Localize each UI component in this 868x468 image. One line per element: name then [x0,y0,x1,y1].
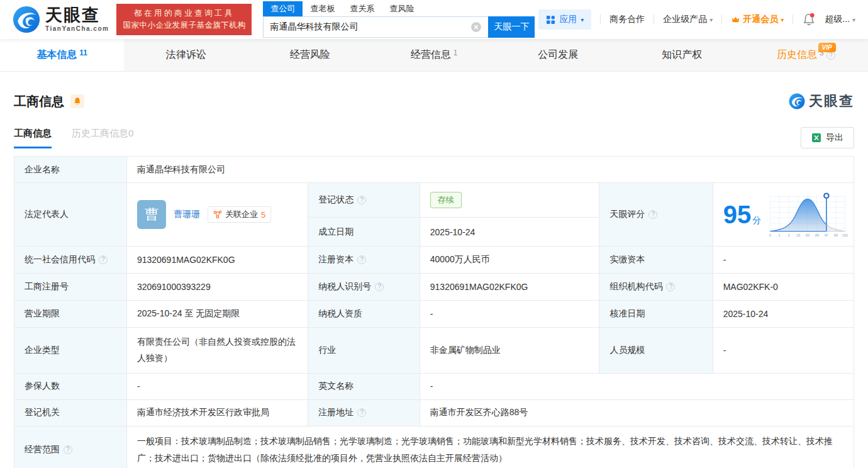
nav-enterprise-products[interactable]: 企业级产品 ▾ [663,14,713,25]
related-companies-label: 关联企业 [225,209,258,220]
nav-divider [721,14,722,25]
svg-text:15: 15 [796,233,800,237]
notification-bell-icon[interactable] [802,13,816,26]
search-tab-relation[interactable]: 查关系 [342,1,382,16]
search-input[interactable] [264,22,470,32]
field-value-company-type: 有限责任公司（非自然人投资或控股的法人独资） [126,328,308,374]
svg-text:85: 85 [815,233,819,237]
svg-text:99: 99 [834,233,838,237]
related-companies-count: 5 [261,210,265,220]
search-button[interactable]: 天眼一下 [488,16,535,38]
table-row: 企业类型 有限责任公司（非自然人投资或控股的法人独资） 行业 非金属矿物制品业 … [14,328,854,374]
tab-label: 经营信息 [411,48,451,62]
bell-curve [770,199,845,231]
field-value-reg-authority: 南通市经济技术开发区行政审批局 [126,399,308,426]
score-distribution-chart: 0 1 3 15 50 85 97 99 100 [767,189,848,240]
tab-legal-litigation[interactable]: 法律诉讼 [124,39,248,71]
tab-label: 法律诉讼 [166,48,206,62]
field-label-legal-rep: 法定代表人 [14,183,127,247]
label-text: 统一社会信用代码 [25,254,95,265]
search-tab-boss[interactable]: 查老板 [303,1,342,16]
search-tab-risk[interactable]: 查风险 [382,1,421,16]
field-label-business-scope: 经营范围 ? [14,426,127,468]
field-value-paid-capital: - [713,247,854,274]
field-label-industry: 行业 [308,328,420,374]
logo-text: 天眼查 TianYanCha.com [45,7,109,32]
field-value-establish-date: 2025-10-24 [420,218,599,247]
chevron-down-icon: ▾ [852,16,855,23]
score-marker-pin [824,194,828,198]
subtab-business-registration[interactable]: 工商信息 [14,128,52,148]
field-label-org-code: 组织机构代码 ? [599,274,713,301]
bell-icon [73,97,82,106]
field-value-org-code: MAG02KFK-0 [713,274,854,301]
field-label-taxpayer-id: 纳税人识别号 ? [308,274,420,301]
chevron-down-icon: ▾ [709,16,713,23]
table-row: 法定代表人 曹 曹珊珊 关联企业 5 [14,183,854,218]
section-title: 工商信息 [14,93,64,110]
search-tabs: 查公司 查老板 查关系 查风险 [263,1,535,16]
tab-intellectual-property[interactable]: 知识产权 [620,39,744,71]
help-icon[interactable]: ? [357,196,366,204]
help-icon[interactable]: ? [64,445,72,454]
clear-search-icon[interactable] [470,21,482,33]
score-value: 95 [723,201,752,228]
field-label-taxpayer-qualification: 纳税人资质 [308,301,420,328]
table-row: 营业期限 2025-10-24 至 无固定期限 纳税人资质 - 核准日期 202… [14,301,854,328]
vip-badge: VIP [818,43,836,52]
nav-user-menu[interactable]: 超级... ▾ [825,14,855,25]
field-value-legal-rep: 曹 曹珊珊 关联企业 5 [126,183,308,247]
help-icon[interactable]: ? [375,282,384,291]
tab-business-risk[interactable]: 经营风险 [248,39,372,71]
field-value-reg-capital: 40000万人民币 [420,247,599,274]
nav-apps-label: 应用 [559,14,577,25]
help-icon[interactable]: ? [648,210,657,219]
field-value-staff-size: - [713,328,854,374]
tab-company-development[interactable]: 公司发展 [496,39,620,71]
export-label: 导出 [826,132,843,143]
subtab-history-registration[interactable]: 历史工商信息0 [72,128,133,148]
field-value-taxpayer-id: 91320691MAG02KFK0G [420,274,599,301]
nav-open-vip[interactable]: 开通会员 ▾ [731,14,784,25]
score-number: 95分 [723,202,762,227]
field-label-english-name: 英文名称 [308,373,420,399]
field-value-credit-code: 91320691MAG02KFK0G [126,247,308,274]
tab-history-info[interactable]: VIP 历史信息 3 ? [744,39,868,71]
subtab-row: 工商信息 历史工商信息0 导出 [14,127,854,148]
slogan-banner: 都在用的商业查询工具 国家中小企业发展子基金旗下机构 [116,4,252,36]
subscribe-bell-chip[interactable] [70,94,84,108]
nav-cooperation[interactable]: 商务合作 [609,14,645,25]
tab-count: 1 [453,48,458,57]
tab-count: 11 [79,48,87,57]
chevron-down-icon: ▾ [581,16,584,23]
section-watermark: 天眼查 [789,92,854,111]
business-info-table: 企业名称 南通晶华科技有限公司 法定代表人 曹 曹珊珊 关联企业 [14,156,854,468]
field-value-business-scope: 一般项目：技术玻璃制品制造；技术玻璃制品销售；光学玻璃制造；光学玻璃销售；功能玻… [126,426,854,468]
table-row: 经营范围 ? 一般项目：技术玻璃制品制造；技术玻璃制品销售；光学玻璃制造；光学玻… [14,426,854,468]
help-icon[interactable]: ? [99,255,108,264]
help-icon[interactable]: ? [357,408,366,417]
export-button[interactable]: 导出 [801,127,854,148]
field-label-insured-count: 参保人数 [14,373,127,399]
help-icon[interactable]: ? [666,282,675,291]
nav-divider [600,14,601,25]
search-tab-company[interactable]: 查公司 [263,1,303,16]
nav-apps[interactable]: 应用 ▾ [538,9,591,30]
slogan-line2: 国家中小企业发展子基金旗下机构 [123,20,245,31]
score-unit: 分 [752,215,761,225]
tianyancha-logo[interactable]: 天眼查 TianYanCha.com [13,6,109,33]
legal-rep-avatar[interactable]: 曹 [137,200,166,229]
svg-text:1: 1 [779,233,781,237]
label-text: 纳税人识别号 [318,281,371,292]
help-icon[interactable]: ? [357,255,366,264]
related-companies-badge[interactable]: 关联企业 5 [208,206,271,223]
field-label-company-type: 企业类型 [14,328,127,374]
tab-basic-info[interactable]: 基本信息 11 [0,39,124,71]
apps-grid-icon [546,15,555,25]
nav-enterprise-label: 企业级产品 [663,14,707,25]
tianyancha-watermark-icon [789,93,805,109]
tab-label: 基本信息 [36,48,77,62]
field-label-approval-date: 核准日期 [599,301,713,328]
legal-rep-name-link[interactable]: 曹珊珊 [174,209,200,220]
tab-business-info[interactable]: 经营信息 1 [372,39,496,71]
